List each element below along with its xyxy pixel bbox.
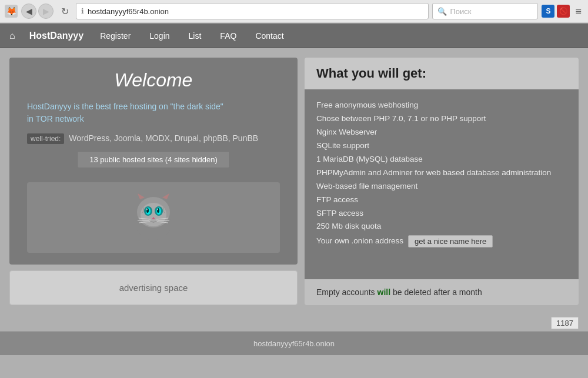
nav-list[interactable]: List [179,26,211,45]
home-button[interactable]: ⌂ [5,27,20,45]
feature-phpmyadmin: PHPMyAdmin and Adminer for web based dat… [316,166,567,180]
what-you-get-header: What you will get: [305,58,579,89]
url-bar[interactable]: ℹ hostdanyyyf65r4b.onion [76,3,429,19]
counter-row: 1187 [0,315,588,332]
browser-menu-button[interactable]: ≡ [573,5,583,18]
url-text: hostdanyyyf65r4b.onion [88,7,169,16]
feature-disk-quota: 250 Mb disk quota [316,220,567,233]
brand-link[interactable]: HostDanyyy [22,31,91,41]
feature-file-mgmt: Web-based file management [316,180,567,193]
main-container: Welcome HostDanyyy is the best free host… [0,48,588,315]
hosted-sites-button[interactable]: 13 public hosted sites (4 sites hidden) [77,151,230,168]
counter-badge: 1187 [551,317,579,329]
advertising-box: advertising space [9,270,298,305]
well-tried-items: WordPress, Joomla, MODX, Drupal, phpBB, … [69,133,258,143]
cat-image [127,190,180,246]
nav-links: Register Login List FAQ Contact [91,26,293,45]
search-placeholder: Поиск [450,7,471,16]
info-icon: ℹ [81,7,84,15]
svg-point-14 [157,208,158,210]
nav-login[interactable]: Login [140,26,179,45]
footer-text: hostdanyyyf65r4b.onion [253,339,335,348]
extensions: S 🚫 [542,5,570,18]
welcome-box: Welcome HostDanyyy is the best free host… [9,58,298,265]
browser-toolbar: 🦊 ◀ ▶ ↻ ℹ hostdanyyyf65r4b.onion 🔍 Поиск… [0,0,588,23]
left-panel: Welcome HostDanyyy is the best free host… [9,58,298,305]
nav-faq[interactable]: FAQ [211,26,246,45]
feature-ftp: FTP access [316,193,567,207]
search-icon: 🔍 [437,7,447,16]
advertising-text: advertising space [119,283,188,293]
back-button[interactable]: ◀ [21,4,36,19]
svg-point-13 [146,208,148,210]
feature-sftp: SFTP access [316,207,567,220]
browser-chrome: 🦊 ◀ ▶ ↻ ℹ hostdanyyyf65r4b.onion 🔍 Поиск… [0,0,588,24]
forward-button[interactable]: ▶ [38,4,54,19]
svg-point-6 [141,203,166,226]
what-you-get-body: Free anonymous webhosting Chose between … [305,89,579,279]
welcome-description: HostDanyyy is the best free hosting on "… [27,101,280,125]
ext-r-button[interactable]: 🚫 [557,5,570,18]
feature-mariadb: 1 MariaDB (MySQL) database [316,153,567,166]
ext-s-button[interactable]: S [542,5,554,18]
right-panel: What you will get: Free anonymous webhos… [305,58,579,305]
nav-register[interactable]: Register [91,26,140,45]
nav-buttons: ◀ ▶ [21,4,54,19]
feature-nginx: Nginx Webserver [316,126,567,139]
nav-contact[interactable]: Contact [246,26,293,45]
feature-onion-address: Your own .onion address get a nice name … [316,235,567,248]
cat-image-box [27,182,280,253]
empty-accounts-notice: Empty accounts will be deleted after a m… [305,279,579,305]
well-tried-section: well-tried: WordPress, Joomla, MODX, Dru… [27,133,280,143]
welcome-title: Welcome [27,69,280,91]
get-nice-name-button[interactable]: get a nice name here [408,235,493,247]
refresh-button[interactable]: ↻ [57,4,72,19]
well-tried-badge: well-tried: [27,133,64,144]
nav-bar: ⌂ HostDanyyy Register Login List FAQ Con… [0,24,588,48]
browser-app-menu[interactable]: 🦊 [5,5,18,18]
feature-free-webhosting: Free anonymous webhosting [316,99,567,112]
search-bar[interactable]: 🔍 Поиск [432,3,538,19]
feature-sqlite: SQLite support [316,139,567,153]
feature-php: Chose between PHP 7.0, 7.1 or no PHP sup… [316,112,567,126]
footer: hostdanyyyf65r4b.onion [0,332,588,355]
